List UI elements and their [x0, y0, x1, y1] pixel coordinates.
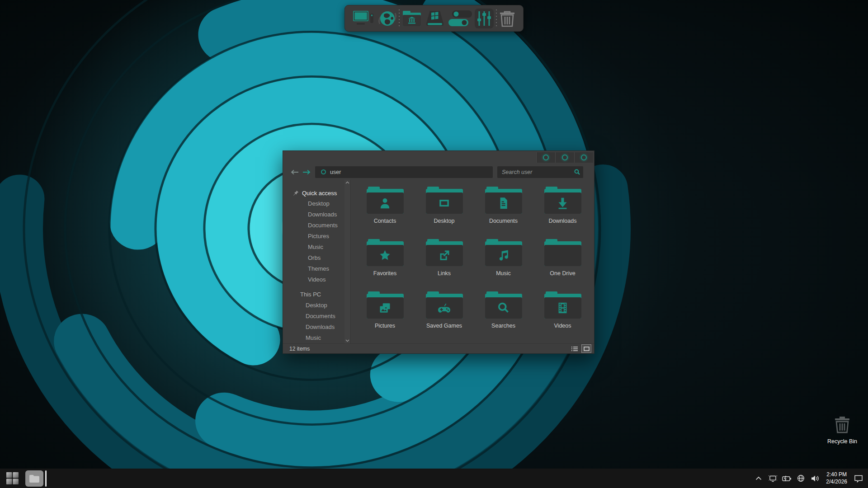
- folder-icon: [29, 474, 40, 483]
- internet-globe-icon[interactable]: [377, 8, 398, 29]
- folder-icon: [485, 239, 522, 266]
- system-drive-icon[interactable]: [424, 8, 446, 29]
- sidebar-item-thispc-music[interactable]: Music: [283, 333, 350, 343]
- dock-separator: [399, 9, 400, 28]
- taskbar: 2:40 PM 2/4/2026: [0, 469, 868, 488]
- sidebar-item-label: Themes: [308, 265, 329, 272]
- folder-tile-contacts[interactable]: Contacts: [355, 186, 415, 238]
- active-window-indicator: [45, 470, 47, 487]
- folder-tile-music[interactable]: Music: [474, 238, 533, 291]
- folder-label: Music: [474, 270, 533, 277]
- sidebar-item-label: Desktop: [308, 200, 330, 207]
- cast-icon: [769, 474, 777, 482]
- scroll-up-icon[interactable]: [345, 181, 349, 184]
- file-explorer-taskbar-button[interactable]: [25, 470, 43, 487]
- folder-tile-videos[interactable]: Videos: [533, 291, 592, 343]
- sidebar-section-this-pc[interactable]: This PC: [283, 289, 350, 300]
- recycle-bin-label: Recycle Bin: [823, 438, 862, 445]
- folder-icon: [367, 187, 404, 214]
- minimize-orb-icon: [543, 155, 549, 160]
- folder-tile-searches[interactable]: Searches: [474, 291, 533, 343]
- trash-icon[interactable]: [498, 8, 517, 29]
- forward-arrow-icon: [302, 169, 311, 175]
- explorer-toolbar: user: [283, 164, 594, 180]
- folder-label: One Drive: [533, 270, 592, 277]
- folder-label: Pictures: [355, 323, 415, 329]
- search-icon[interactable]: [574, 169, 580, 175]
- back-button[interactable]: [289, 167, 301, 177]
- scroll-down-icon[interactable]: [345, 339, 349, 342]
- folder-icon: [544, 291, 581, 319]
- folder-tile-downloads[interactable]: Downloads: [533, 186, 592, 238]
- sidebar-item-documents[interactable]: Documents: [283, 220, 350, 231]
- file-explorer-window: user Quick access: [283, 150, 594, 354]
- folder-label: Searches: [474, 323, 533, 329]
- address-location-icon: [321, 169, 326, 174]
- sidebar-item-themes[interactable]: Themes: [283, 263, 350, 274]
- folder-tile-links[interactable]: Links: [415, 238, 474, 291]
- search-input[interactable]: [497, 169, 586, 175]
- sidebar-item-pictures[interactable]: Pictures: [283, 231, 350, 242]
- sidebar-section-quick-access[interactable]: Quick access: [283, 188, 350, 198]
- sidebar-scrollbar[interactable]: [344, 180, 350, 343]
- start-button[interactable]: [3, 469, 22, 488]
- minimize-button[interactable]: [536, 152, 555, 163]
- titlebar[interactable]: [283, 151, 594, 164]
- folder-icon: [485, 291, 522, 319]
- sidebar-item-videos[interactable]: Videos: [283, 274, 350, 285]
- sidebar-item-label: Music: [308, 244, 323, 250]
- action-center-button[interactable]: [854, 472, 863, 485]
- folder-icon: [485, 187, 522, 214]
- battery-button[interactable]: [782, 472, 792, 485]
- caption-buttons: [536, 152, 593, 163]
- desktop: user Quick access: [0, 0, 868, 488]
- sidebar-item-desktop[interactable]: Desktop: [283, 198, 350, 209]
- folder-label: Downloads: [533, 218, 592, 224]
- large-icons-view-button[interactable]: [581, 344, 591, 353]
- maximize-button[interactable]: [555, 152, 574, 163]
- sidebar-item-music[interactable]: Music: [283, 242, 350, 253]
- forward-button[interactable]: [301, 167, 312, 177]
- system-tray: 2:40 PM 2/4/2026: [754, 471, 865, 486]
- close-orb-icon: [581, 155, 587, 160]
- sidebar-item-label: Downloads: [308, 211, 337, 218]
- sidebar-item-label: Documents: [308, 222, 338, 229]
- sidebar-item-thispc-documents[interactable]: Documents: [283, 311, 350, 322]
- folder-tile-desktop[interactable]: Desktop: [415, 186, 474, 238]
- network-button[interactable]: [796, 472, 806, 485]
- list-view-button[interactable]: [570, 345, 579, 352]
- sidebar-item-downloads[interactable]: Downloads: [283, 209, 350, 220]
- list-view-icon: [571, 346, 578, 352]
- folder-tile-one-drive[interactable]: One Drive: [533, 238, 592, 291]
- sidebar-item-label: Videos: [308, 276, 326, 283]
- cast-button[interactable]: [768, 472, 778, 485]
- folder-label: Desktop: [415, 218, 474, 224]
- display-icon[interactable]: [351, 8, 376, 29]
- top-dock: [344, 5, 524, 32]
- folder-tile-favorites[interactable]: Favorites: [355, 238, 415, 291]
- tray-expand-button[interactable]: [754, 472, 764, 485]
- recycle-bin-icon: [832, 414, 853, 435]
- recycle-bin-desktop-icon[interactable]: Recycle Bin: [823, 414, 862, 445]
- folder-tile-saved-games[interactable]: Saved Games: [415, 291, 474, 343]
- folder-icon: [426, 239, 463, 266]
- quick-access-label: Quick access: [302, 190, 337, 197]
- sliders-icon[interactable]: [474, 8, 495, 29]
- close-button[interactable]: [574, 152, 593, 163]
- sidebar-item-label: Pictures: [308, 233, 329, 239]
- folder-icon: [544, 187, 581, 214]
- folder-icon: [426, 187, 463, 214]
- sidebar-item-label: Downloads: [306, 324, 335, 330]
- toggle-switches-icon[interactable]: [448, 8, 473, 29]
- clock[interactable]: 2:40 PM 2/4/2026: [826, 471, 847, 486]
- address-bar[interactable]: user: [315, 166, 493, 178]
- folder-tile-pictures[interactable]: Pictures: [355, 291, 415, 343]
- search-box: [497, 166, 583, 178]
- sidebar-item-thispc-downloads[interactable]: Downloads: [283, 322, 350, 333]
- sidebar-item-orbs[interactable]: Orbs: [283, 253, 350, 263]
- volume-button[interactable]: [810, 472, 820, 485]
- folder-tile-documents[interactable]: Documents: [474, 186, 533, 238]
- bank-folder-icon[interactable]: [401, 8, 423, 29]
- this-pc-label: This PC: [300, 291, 321, 298]
- sidebar-item-thispc-desktop[interactable]: Desktop: [283, 300, 350, 311]
